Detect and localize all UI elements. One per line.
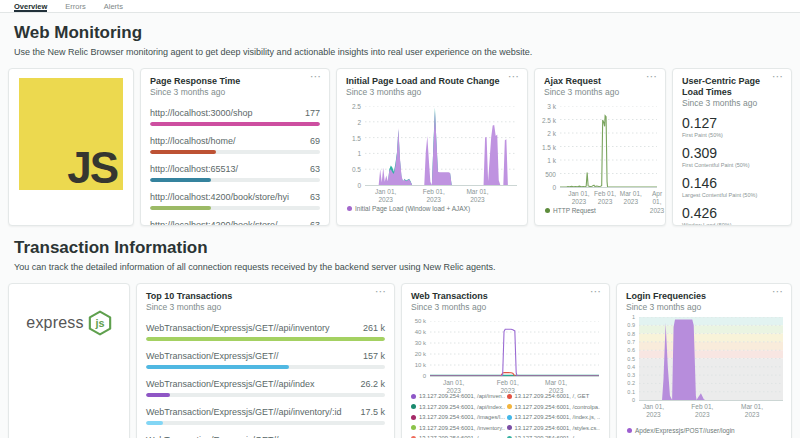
bar-fill: [150, 206, 211, 210]
card-user-centric-load-times: User-Centric Page Load Times Since 3 mon…: [672, 68, 792, 226]
y-tick-label: 1: [632, 314, 635, 320]
web-transactions-legend: 13.127.209.254:6001, /api/inven...13.127…: [402, 393, 609, 438]
web-transactions-chart[interactable]: 010 k20 k30 k40 k50 kJan 01, 2023Feb 01,…: [430, 321, 599, 377]
bar-track: [146, 337, 385, 341]
legend-dot: [411, 394, 416, 399]
bar-row[interactable]: WebTransaction/Expressjs/GET//api/index2…: [146, 374, 385, 402]
bar-row-label: http://localhost:65513/: [150, 164, 238, 174]
bar-row-value: 177: [299, 108, 320, 118]
bar-row[interactable]: WebTransaction/Expressjs/GET//157 k: [146, 346, 385, 374]
card-since: Since 3 months ago: [544, 87, 656, 98]
x-tick-label: Feb 01, 2023: [423, 188, 445, 205]
legend-item[interactable]: Route Change: [347, 224, 397, 226]
legend-dot: [411, 415, 416, 420]
legend-dot: [545, 208, 550, 213]
more-menu-icon[interactable]: ⋯: [772, 70, 784, 83]
bar-track: [150, 122, 320, 126]
x-tick-label: Feb 01, 2023: [691, 403, 713, 420]
card-page-response-time: Page Response Time Since 3 months ago ⋯ …: [140, 68, 330, 226]
bar-row[interactable]: http://localhost/home/69: [150, 131, 320, 159]
bar-track: [150, 150, 320, 154]
y-tick-label: 0.7: [627, 339, 635, 345]
bar-row-label: http://localhost:3000/shop: [150, 108, 253, 118]
legend-item[interactable]: 13.127.209.254:6001, /controlpa...: [507, 404, 601, 410]
y-tick-label: 1.5 k: [542, 143, 556, 150]
card-express-logo: express js: [8, 283, 130, 438]
bar-row[interactable]: WebTransaction/Expressjs/GET//api/invent…: [146, 318, 385, 346]
card-title: Top 10 Transactions: [146, 291, 385, 302]
more-menu-icon[interactable]: ⋯: [646, 70, 658, 83]
user-centric-metrics: 0.127First Paint (50%)0.309First Content…: [673, 109, 791, 226]
chart-plot: [430, 321, 599, 376]
ajax-request-chart[interactable]: 05001 k1.5 k2 k2.5 k3 kJan 01, 2023Feb 0…: [560, 106, 657, 188]
bar-fill: [150, 122, 320, 126]
legend-label: 13.127.209.254:6001, /styles.cs...: [515, 425, 601, 431]
y-tick-label: 0.5: [627, 356, 635, 362]
legend-dot: [507, 404, 512, 409]
x-tick-label: Mar 01, 2023: [620, 190, 642, 207]
y-tick-label: 0: [423, 373, 426, 379]
bar-row[interactable]: http://localhost:3000/shop177: [150, 103, 320, 131]
more-menu-icon[interactable]: ⋯: [590, 285, 602, 298]
nodejs-hexagon-icon: js: [88, 310, 112, 336]
chart-plot: [560, 106, 657, 187]
y-tick-label: 500: [545, 170, 556, 177]
legend-label: Initial Page Load (Window load + AJAX): [355, 205, 470, 212]
legend-item[interactable]: 13.127.209.254:6001, /index.js, ...: [507, 414, 601, 420]
legend-item[interactable]: Apdex/Expressjs/POST//user/login: [627, 427, 735, 434]
bar-fill: [146, 337, 385, 341]
login-frequencies-legend: Apdex/Expressjs/POST//user/login: [617, 427, 791, 434]
legend-item[interactable]: HTTP Request: [545, 207, 596, 214]
y-tick-label: 0.6: [627, 347, 635, 353]
card-initial-page-load: Initial Page Load and Route Change Since…: [336, 68, 528, 226]
section-desc-web-monitoring: Use the New Relic Browser monitoring age…: [14, 47, 786, 58]
bar-fill: [146, 421, 163, 425]
legend-item[interactable]: 13.127.209.254:6001, /inventory...: [411, 425, 505, 431]
bar-row-value: 26.2 k: [354, 379, 385, 389]
legend-item[interactable]: Initial Page Load (Window load + AJAX): [347, 205, 470, 212]
tab-errors[interactable]: Errors: [65, 3, 85, 12]
tab-overview[interactable]: Overview: [14, 3, 47, 12]
metric: 0.309First Contentful Paint (50%): [682, 141, 782, 171]
card-since: Since 3 months ago: [146, 302, 385, 313]
card-ajax-request: Ajax Request Since 3 months ago ⋯ 05001 …: [534, 68, 666, 226]
x-tick-label: Jan 01, 2023: [643, 403, 664, 420]
more-menu-icon[interactable]: ⋯: [310, 70, 322, 83]
y-tick-label: 0: [357, 182, 361, 189]
bar-row-label: WebTransaction/Expressjs/GET//api/index: [146, 379, 315, 389]
login-frequencies-chart[interactable]: 00.10.20.30.40.50.60.70.80.91Jan 01, 202…: [639, 317, 783, 401]
card-header: Web Transactions Since 3 months ago: [402, 284, 609, 313]
legend-item[interactable]: 13.127.209.254:6001, /images/l...: [411, 414, 505, 420]
bar-row[interactable]: WebTransaction/Expressjs/GET//...: [146, 430, 385, 438]
more-menu-icon[interactable]: ⋯: [375, 285, 387, 298]
card-since: Since 3 months ago: [411, 302, 600, 313]
bar-row[interactable]: http://localhost:4200/book/store/hyi63: [150, 187, 320, 215]
bar-row-value: 157 k: [357, 351, 385, 361]
metric: 0.426Window Load (50%): [682, 201, 782, 226]
legend-dot: [507, 425, 512, 430]
legend-item[interactable]: 13.127.209.254:6001, /api/index...: [411, 404, 505, 410]
y-tick-label: 20 k: [415, 351, 426, 357]
more-menu-icon[interactable]: ⋯: [508, 70, 520, 83]
bar-row[interactable]: http://localhost:65513/63: [150, 159, 320, 187]
y-tick-label: 0.8: [627, 331, 635, 337]
card-title: Initial Page Load and Route Change: [346, 76, 518, 87]
card-title: Ajax Request: [544, 76, 656, 87]
legend-label: 13.127.209.254:6001, /api/index...: [419, 404, 505, 410]
initial-page-load-chart[interactable]: 00.511.522.5Jan 01, 2023Feb 01, 2023Mar …: [365, 106, 517, 186]
bar-row[interactable]: WebTransaction/Expressjs/GET//api/invent…: [146, 402, 385, 430]
more-menu-icon[interactable]: ⋯: [772, 285, 784, 298]
card-web-transactions: Web Transactions Since 3 months ago ⋯ 01…: [401, 283, 610, 438]
legend-item[interactable]: 13.127.209.254:6001, /styles.cs...: [507, 425, 601, 431]
bar-row[interactable]: http://localhost:4200/book/store/...63: [150, 215, 320, 226]
legend-dot: [627, 428, 632, 433]
transaction-cards-row: express js Top 10 Transactions Since 3 m…: [0, 283, 800, 438]
bar-track: [150, 178, 320, 182]
bar-fill: [146, 393, 170, 397]
tab-alerts[interactable]: Alerts: [104, 3, 123, 12]
bar-track: [150, 206, 320, 210]
card-since: Since 3 months ago: [346, 87, 518, 98]
card-top-10-transactions: Top 10 Transactions Since 3 months ago ⋯…: [136, 283, 395, 438]
initial-page-load-legend: Initial Page Load (Window load + AJAX)Ro…: [337, 205, 527, 226]
page-response-bar-list: http://localhost:3000/shop177http://loca…: [141, 98, 329, 226]
